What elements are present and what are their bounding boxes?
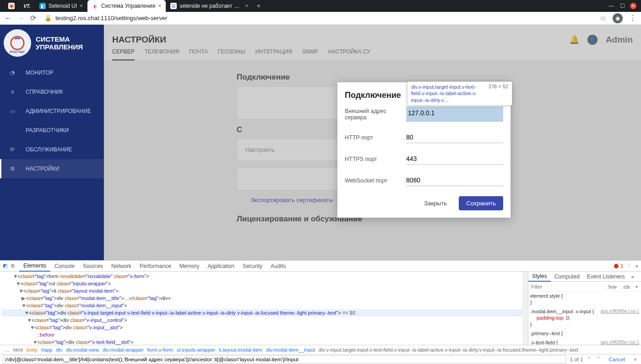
cls-toggle[interactable]: .cls (619, 284, 633, 289)
breadcrumb-item[interactable]: html (11, 347, 25, 353)
error-count[interactable]: 3 (614, 263, 623, 269)
xpath-match-count: 1 of 1 (570, 357, 583, 362)
dom-node[interactable]: ▼<class="tag">div class="v-input__contro… (2, 316, 526, 324)
breadcrumb-item[interactable]: div.modal-wrapper (101, 347, 146, 353)
close-icon[interactable]: × (80, 3, 83, 9)
sidebar-icon: ⚙ (8, 165, 16, 173)
app-logo: РОСЧАТ (4, 29, 31, 57)
xpath-input[interactable] (3, 355, 566, 364)
window-close-icon[interactable]: × (630, 3, 636, 9)
url-text: testing2.ros.chat:1110/settings/web-serv… (55, 15, 167, 21)
css-rule[interactable]: .modal-item__input .v-input {app.e9f08fb… (530, 308, 639, 327)
address-bar[interactable]: 🔒 testing2.ros.chat:1110/settings/web-se… (42, 15, 594, 21)
breadcrumb-item[interactable]: #app (39, 347, 54, 353)
dom-node[interactable]: ▼<class="tag">div class="modal-item__inp… (2, 302, 526, 309)
devtools-tab[interactable]: Performance (136, 261, 175, 272)
xpath-cancel-button[interactable]: Cancel (605, 357, 629, 362)
back-button[interactable]: ← (5, 14, 12, 22)
devtools-tab[interactable]: Console (50, 261, 79, 272)
devtools-tab[interactable]: Security (239, 261, 266, 272)
sidebar-item[interactable]: ≡СПРАВОЧНИК (0, 82, 104, 102)
css-rule[interactable]: element.style {} (530, 293, 639, 305)
sidebar-item[interactable]: ⟳ОБСЛУЖИВАНИЕ (0, 140, 104, 159)
sidebar-item[interactable]: ▭АДМИНИСТРИРОВАНИЕ (0, 102, 104, 121)
styles-tab[interactable]: Styles (528, 272, 551, 282)
maximize-icon[interactable]: ☐ (619, 3, 625, 9)
dom-node[interactable]: ▼<class="tag">div class="v-input target-… (2, 309, 526, 316)
dom-breadcrumb[interactable]: …htmlbody#appdivdiv.modal-viewdiv.modal-… (0, 345, 641, 354)
app-brand: СИСТЕМА УПРАВЛЕНИЯ (36, 35, 83, 51)
bookmark-icon[interactable]: ☆ (600, 14, 606, 22)
devtools-tab[interactable]: Elements (19, 261, 50, 272)
dom-tree[interactable]: ▼<class="tag">form novalidate="novalidat… (0, 272, 528, 345)
xpath-close-icon[interactable]: × (632, 357, 638, 362)
text-input[interactable] (406, 132, 503, 143)
close-icon[interactable]: × (158, 3, 161, 9)
browser-tab[interactable]: Gselenide не работает фун× (166, 0, 253, 12)
devtools-panel: ◩ ⧉ ElementsConsoleSourcesNetworkPerform… (0, 260, 641, 364)
save-button[interactable]: Сохранить (459, 196, 503, 210)
profile-icon[interactable]: ◉ (613, 13, 623, 23)
hov-toggle[interactable]: :hov (604, 284, 619, 289)
browser-toolbar: ← → ⟳ 🔒 testing2.ros.chat:1110/settings/… (0, 12, 641, 25)
breadcrumb-item[interactable]: div.v-input.target-input.v-text-field.v-… (317, 347, 580, 353)
close-button[interactable]: Закрыть (419, 196, 451, 210)
devtools-menu-icon[interactable]: ⋮ (623, 263, 636, 269)
css-rule[interactable]: .primary--text {</span></div><div class=… (530, 330, 639, 337)
devtools-tab[interactable]: Application (203, 261, 239, 272)
dom-node[interactable]: ▼<class="tag">div class="v-input__slot"> (2, 324, 526, 331)
dom-node[interactable]: ▼<class="tag">ul class="inputs-wrapper"> (2, 280, 526, 287)
breadcrumb-item[interactable]: div.modal-item__input (264, 347, 317, 353)
new-tab-button[interactable]: + (253, 2, 264, 10)
more-icon[interactable]: » (629, 274, 637, 279)
css-rule[interactable]: .v-text-field {app.e9f08fbe.css:1margin-… (530, 339, 639, 345)
sidebar-item-label: МОНИТОР (26, 70, 54, 76)
inspect-element-icon[interactable]: ◩ (3, 263, 7, 269)
xpath-prev-icon[interactable]: ˄ (587, 356, 592, 363)
dom-node[interactable]: ▼<class="tag">form novalidate="novalidat… (2, 273, 526, 280)
breadcrumb-item[interactable]: div.modal-view (64, 347, 101, 353)
styles-panel: StylesComputedEvent Listeners» :hov .cls… (528, 272, 641, 345)
text-input[interactable] (406, 175, 503, 186)
styles-filter-input[interactable] (528, 284, 604, 289)
lock-icon: 🔒 (44, 15, 52, 21)
inspect-tooltip: div.v-input.target-input.v-text-field.v-… (407, 81, 512, 106)
sidebar-item[interactable]: РАЗРАБОТЧИКИ (0, 121, 104, 140)
dom-node[interactable]: ▼<class="tag">div class="v-text-field__s… (2, 338, 526, 345)
sidebar: РОСЧАТ СИСТЕМА УПРАВЛЕНИЯ ◔МОНИТОР≡СПРАВ… (0, 25, 104, 260)
dom-node[interactable]: ::before (2, 331, 526, 338)
add-rule-icon[interactable]: + (633, 284, 641, 289)
breadcrumb-item[interactable]: form.v-form (146, 347, 175, 353)
dom-node[interactable]: ▼<class="tag">li class="layout modal-ite… (2, 287, 526, 294)
breadcrumb-item[interactable]: div (54, 347, 64, 353)
sidebar-item-label: АДМИНИСТРИРОВАНИЕ (26, 108, 91, 114)
minimize-icon[interactable]: — (608, 3, 614, 9)
devtools-tab[interactable]: Network (107, 261, 136, 272)
devtools-tab[interactable]: Memory (175, 261, 203, 272)
breadcrumb-item[interactable]: … (3, 347, 11, 353)
styles-tab[interactable]: Computed (551, 272, 583, 282)
sidebar-item[interactable]: ◔МОНИТОР (0, 63, 104, 82)
device-mode-icon[interactable]: ⧉ (11, 263, 15, 269)
text-input[interactable] (406, 153, 503, 165)
breadcrumb-item[interactable]: body (25, 347, 39, 353)
sidebar-item[interactable]: ⚙НАСТРОЙКИ (0, 159, 104, 178)
sidebar-icon: ≡ (8, 88, 16, 96)
text-input[interactable] (406, 107, 503, 122)
browser-tab[interactable]: VT. (19, 0, 35, 12)
dom-node[interactable]: ▶<class="tag">div class="modal-item__tit… (2, 294, 526, 302)
xpath-next-icon[interactable]: ˅ (596, 356, 601, 363)
breadcrumb-item[interactable]: ul.inputs-wrapper (175, 347, 217, 353)
devtools-tab[interactable]: Audits (266, 261, 290, 272)
browser-tab[interactable]: 🦊 (4, 0, 19, 12)
browser-tab-active[interactable]: ◐Система Управления× (87, 0, 166, 12)
close-icon[interactable]: × (245, 3, 248, 9)
browser-tab[interactable]: ◧Selenoid UI× (35, 0, 87, 12)
breadcrumb-item[interactable]: li.layout.modal-item (217, 347, 264, 353)
devtools-tab[interactable]: Sources (79, 261, 107, 272)
menu-icon[interactable]: ⋮ (629, 14, 636, 22)
styles-tab[interactable]: Event Listeners (583, 272, 629, 282)
reload-button[interactable]: ⟳ (30, 14, 36, 22)
sidebar-item-label: РАЗРАБОТЧИКИ (26, 127, 69, 134)
devtools-close-icon[interactable]: × (636, 263, 638, 269)
